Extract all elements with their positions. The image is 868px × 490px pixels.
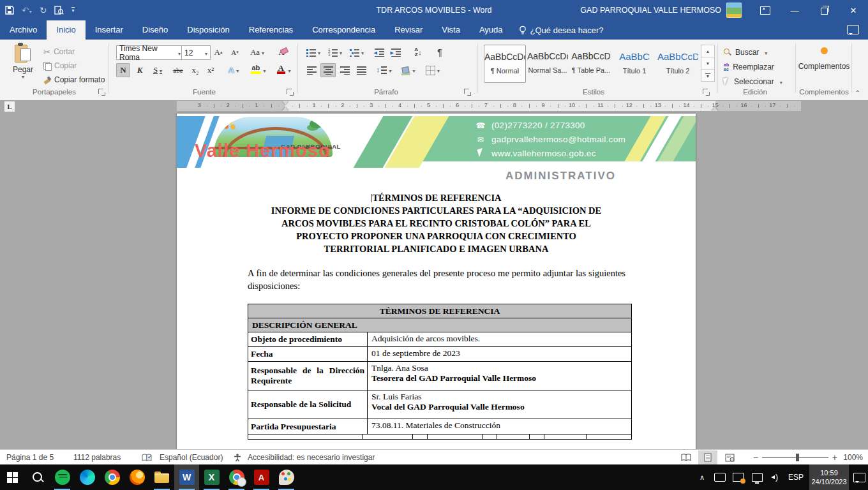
text-effects-button[interactable]: A	[223, 63, 244, 77]
web-layout-button[interactable]	[720, 450, 739, 464]
taskbar-search-button[interactable]	[25, 464, 50, 490]
underline-button[interactable]: S	[148, 63, 167, 77]
taskbar-chrome-button[interactable]	[100, 464, 124, 490]
feedback-icon[interactable]	[847, 25, 859, 34]
strikethrough-button[interactable]: abe	[170, 63, 186, 77]
italic-button[interactable]: K	[133, 63, 147, 77]
taskbar-firefox-button[interactable]	[124, 464, 149, 490]
bullets-button[interactable]	[304, 45, 323, 59]
replace-button[interactable]: abac Reemplazar	[724, 60, 774, 74]
style-normal-sa[interactable]: AaBbCcDc Normal Sa...	[527, 45, 568, 82]
show-formatting-button[interactable]: ¶	[433, 45, 447, 59]
style-titulo2[interactable]: AaBbCcD Título 2	[657, 45, 698, 82]
document-page[interactable]: GAD PARROQUIAL Valle Hermoso ☎ (02)27732…	[177, 114, 696, 449]
read-mode-button[interactable]	[677, 450, 696, 464]
action-center-icon[interactable]	[853, 473, 865, 482]
cut-button[interactable]: ✂ Cortar	[43, 45, 105, 59]
line-spacing-button[interactable]	[374, 63, 394, 77]
undo-button[interactable]: ↶▾	[22, 6, 32, 15]
tray-tablet-icon[interactable]	[712, 464, 728, 490]
taskbar-clock[interactable]: 10:59 24/10/2023	[809, 464, 849, 490]
multilevel-list-button[interactable]	[347, 45, 366, 59]
accessibility-icon[interactable]	[233, 450, 242, 465]
taskbar-spotify-button[interactable]	[50, 464, 75, 490]
addins-button[interactable]: Complementos	[798, 47, 850, 71]
tray-notification-icon[interactable]	[730, 464, 745, 490]
taskbar-acrobat-button[interactable]	[249, 464, 274, 490]
taskbar-chrome-profile-button[interactable]	[224, 464, 249, 490]
styles-dialog-launcher[interactable]	[702, 88, 710, 96]
word-count[interactable]: 1112 palabras	[73, 450, 121, 465]
subscript-button[interactable]: x₂	[188, 63, 203, 77]
zoom-slider-thumb[interactable]	[796, 454, 799, 461]
page-indicator[interactable]: Página 1 de 5	[6, 450, 54, 465]
print-preview-button[interactable]	[54, 6, 64, 15]
table-section-row[interactable]: DESCRIPCIÓN GENERAL	[248, 318, 631, 332]
print-layout-button[interactable]	[698, 450, 717, 464]
document-title[interactable]: TÉRMINOS DE REFERENCIA INFORME DE CONDIC…	[247, 191, 625, 255]
sort-button[interactable]: AZ↓	[410, 45, 426, 59]
redo-button[interactable]: ↻	[40, 6, 47, 15]
tab-stop-selector[interactable]: L	[4, 101, 15, 112]
clear-formatting-button[interactable]: A	[273, 45, 290, 59]
style-table-pa[interactable]: AaBbCcD ¶ Table Pa...	[571, 45, 611, 82]
zoom-in-button[interactable]: +	[832, 450, 837, 465]
style-normal[interactable]: AaBbCcDc ¶ Normal	[484, 45, 526, 83]
zoom-slider-track[interactable]	[762, 457, 828, 458]
tab-revisar[interactable]: Revisar	[385, 20, 432, 40]
increase-indent-button[interactable]	[388, 45, 403, 59]
copy-button[interactable]: Copiar	[43, 59, 105, 73]
tab-ayuda[interactable]: Ayuda	[470, 20, 513, 40]
table-row[interactable]: Objeto de procedimiento Adquisición de a…	[248, 332, 631, 347]
shading-button[interactable]	[398, 63, 419, 77]
taskbar-start-button[interactable]	[0, 464, 25, 490]
tab-diseno[interactable]: Diseño	[133, 20, 177, 40]
superscript-button[interactable]: x²	[203, 63, 218, 77]
styles-scroll-up-button[interactable]: ▲	[701, 45, 715, 57]
tab-archivo[interactable]: Archivo	[0, 20, 47, 40]
taskbar-excel-button[interactable]	[199, 464, 224, 490]
table-row[interactable]: Fecha 01 de septiembre de 2023	[248, 347, 631, 362]
format-painter-button[interactable]: Copiar formato	[43, 73, 105, 87]
paste-button[interactable]: Pegar ▾	[6, 42, 40, 87]
taskbar-word-button[interactable]	[174, 464, 199, 490]
select-button[interactable]: Seleccionar	[724, 75, 782, 89]
table-row[interactable]: Responsable de la Solicitud Sr. Luis Far…	[248, 390, 631, 419]
justify-button[interactable]	[354, 63, 369, 77]
first-line-indent-marker[interactable]	[282, 101, 288, 105]
tab-insertar[interactable]: Insertar	[86, 20, 133, 40]
bold-button[interactable]: N	[116, 63, 130, 77]
shrink-font-button[interactable]: A▾	[227, 45, 243, 59]
account-name[interactable]: GAD PARROQUIAL VALLE HERMOSO	[580, 0, 721, 20]
account-avatar[interactable]	[726, 3, 742, 18]
taskbar-explorer-button[interactable]	[149, 464, 174, 490]
taskbar-paint-button[interactable]	[274, 464, 299, 490]
tray-volume-icon[interactable]	[768, 464, 784, 490]
zoom-level[interactable]: 100%	[843, 450, 863, 465]
font-color-button[interactable]: A	[273, 63, 295, 77]
grow-font-button[interactable]: A▴	[211, 45, 226, 59]
highlight-color-button[interactable]: ab	[248, 63, 269, 77]
decrease-indent-button[interactable]	[371, 45, 387, 59]
paragraph-dialog-launcher[interactable]	[463, 88, 472, 96]
left-indent-marker[interactable]	[282, 107, 288, 111]
close-button[interactable]: ✕	[839, 0, 868, 20]
terms-table[interactable]: TÉRMINOS DE REFERENCIA DESCRIPCIÓN GENER…	[248, 304, 632, 440]
tab-inicio[interactable]: Inicio	[47, 20, 85, 40]
zoom-out-button[interactable]: −	[753, 450, 758, 465]
font-name-combo[interactable]: Times New Roma	[116, 45, 184, 60]
table-row[interactable]: Responsable de la Dirección Requirente T…	[248, 362, 631, 390]
tab-correspondencia[interactable]: Correspondencia	[303, 20, 385, 40]
font-size-combo[interactable]: 12	[181, 45, 211, 60]
align-right-button[interactable]	[337, 63, 352, 77]
language-indicator[interactable]: Español (Ecuador)	[160, 450, 223, 465]
align-left-button[interactable]	[304, 63, 319, 77]
restore-button[interactable]	[809, 0, 839, 20]
font-dialog-launcher[interactable]	[286, 88, 294, 96]
tell-me-box[interactable]: ¿Qué desea hacer?	[513, 20, 610, 40]
clipboard-dialog-launcher[interactable]	[98, 88, 106, 96]
intro-paragraph[interactable]: A fin de determinar las condiciones gene…	[248, 267, 625, 292]
horizontal-ruler[interactable]: 3211234567891011121314151617	[177, 101, 801, 111]
tab-vista[interactable]: Vista	[432, 20, 470, 40]
align-center-button[interactable]	[320, 63, 336, 77]
